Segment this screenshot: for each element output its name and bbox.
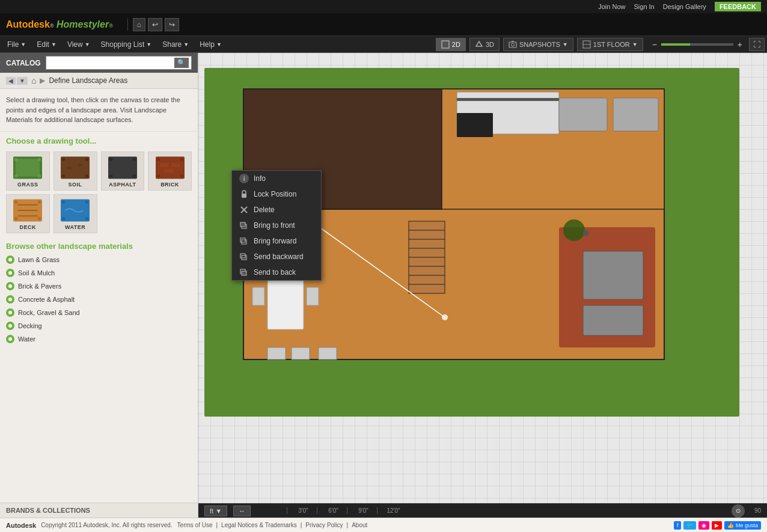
footer-sep2: |	[301, 522, 302, 528]
twitter-button[interactable]: 🐦	[683, 521, 696, 530]
tool-water[interactable]: WATER	[53, 194, 97, 233]
svg-point-25	[156, 174, 160, 178]
nav-down-button[interactable]: ▼	[17, 77, 28, 85]
browse-brick[interactable]: Brick & Pavers	[0, 280, 198, 293]
measure-button[interactable]: ↔	[233, 506, 251, 516]
youtube-button[interactable]: ▶	[712, 521, 722, 530]
menu-help[interactable]: Help ▼	[195, 38, 227, 51]
menu-shopping-list[interactable]: Shopping List ▼	[96, 38, 157, 51]
tool-grass[interactable]: GRASS	[6, 151, 50, 191]
browse-water[interactable]: Water	[0, 332, 198, 346]
browse-dot-decking	[6, 322, 14, 330]
browse-lawn[interactable]: Lawn & Grass	[0, 253, 198, 266]
ctx-bring-to-front-label: Bring to front	[254, 221, 295, 230]
delete-icon	[239, 205, 249, 215]
tool-deck[interactable]: DECK	[6, 194, 50, 233]
window2	[292, 347, 310, 359]
search-input[interactable]	[49, 60, 174, 67]
menu-share[interactable]: Share ▼	[157, 38, 194, 51]
zoom-out-button[interactable]: −	[650, 40, 659, 49]
footer: Autodesk Copyright 2011 Autodesk, Inc. A…	[0, 518, 767, 532]
zoom-slider[interactable]	[661, 43, 733, 46]
deck-label: DECK	[20, 224, 37, 230]
ctx-lock-position[interactable]: Lock Position	[232, 186, 321, 202]
browse-dot-brick	[6, 282, 14, 290]
browse-dot-soil	[6, 269, 14, 277]
asphalt-label: ASPHALT	[109, 182, 136, 188]
undo-button[interactable]: ↩	[148, 18, 162, 31]
browse-dot-lawn	[6, 255, 14, 264]
compass-button[interactable]: ⊙	[732, 504, 745, 518]
browse-rock[interactable]: Rock, Gravel & Sand	[0, 306, 198, 319]
unit-button[interactable]: ft ▼	[204, 506, 227, 516]
join-now-link[interactable]: Join Now	[598, 3, 625, 10]
tool-asphalt[interactable]: ASPHALT	[101, 151, 145, 191]
lock-icon	[239, 189, 249, 199]
ctx-send-to-back[interactable]: Send to back	[232, 264, 321, 280]
chair4	[307, 287, 319, 305]
sign-in-link[interactable]: Sign In	[634, 3, 654, 10]
menu-file[interactable]: File ▼	[2, 38, 31, 51]
ac-unit	[583, 230, 589, 236]
fullscreen-button[interactable]: ⛶	[749, 38, 765, 51]
menu-view[interactable]: View ▼	[63, 38, 95, 51]
tool-brick[interactable]: BRICK	[148, 151, 192, 191]
logo-brand: Autodesk®	[6, 19, 57, 29]
ctx-bring-forward[interactable]: Bring forward	[232, 233, 321, 249]
search-button[interactable]: 🔍	[174, 58, 189, 68]
svg-point-6	[14, 157, 18, 161]
svg-rect-1	[509, 42, 516, 47]
ctx-send-backward-label: Send backward	[254, 252, 304, 261]
ctx-info-label: Info	[254, 174, 266, 183]
browse-soil[interactable]: Soil & Mulch	[0, 266, 198, 280]
design-gallery-link[interactable]: Design Gallery	[663, 3, 706, 10]
page-title: Define Landscape Areas	[49, 76, 127, 85]
home-button[interactable]: ⌂	[133, 18, 145, 31]
context-menu: i Info Lock Position Delete Bring to fr	[231, 170, 322, 281]
browse-dot-water	[6, 335, 14, 343]
zoom-in-button[interactable]: +	[736, 40, 744, 49]
tool-soil[interactable]: SOIL	[53, 151, 97, 191]
plant1	[563, 219, 585, 241]
menubar: File ▼ Edit ▼ View ▼ Shopping List ▼ Sha…	[0, 36, 767, 53]
asphalt-icon	[108, 156, 138, 180]
ctx-info[interactable]: i Info	[232, 171, 321, 186]
furniture-sofa2	[613, 98, 658, 131]
info-icon: i	[239, 174, 249, 183]
browse-concrete[interactable]: Concrete & Asphalt	[0, 293, 198, 306]
ctx-delete[interactable]: Delete	[232, 202, 321, 218]
ctx-send-backward[interactable]: Send backward	[232, 249, 321, 264]
soil-icon	[60, 156, 90, 180]
feedback-button[interactable]: FEEDBACK	[715, 2, 761, 11]
svg-point-19	[132, 157, 136, 161]
canvas-area[interactable]: i Info Lock Position Delete Bring to fr	[198, 53, 767, 518]
brands-section: BRANDS & COLLECTIONS	[0, 503, 198, 518]
footer-legal[interactable]: Legal Notices & Trademarks	[221, 522, 297, 528]
header: Autodesk® Homestyler® ⌂ ↩ ↪	[0, 13, 767, 36]
svg-rect-27	[160, 163, 169, 167]
selection-point	[442, 314, 448, 320]
menu-edit[interactable]: Edit ▼	[32, 38, 61, 51]
redo-button[interactable]: ↪	[165, 18, 179, 31]
furniture-sofa3	[583, 251, 643, 299]
like-button[interactable]: 👍 Me gusta	[724, 521, 761, 530]
instructions-text: Select a drawing tool, then click on the…	[0, 89, 198, 132]
home-icon[interactable]: ⌂	[31, 76, 36, 85]
topbar: Join Now Sign In Design Gallery FEEDBACK	[0, 0, 767, 13]
facebook-button[interactable]: f	[674, 521, 682, 530]
view-2d-button[interactable]: 2D	[436, 38, 466, 51]
svg-point-11	[62, 157, 66, 161]
floor-button[interactable]: 1ST FLOOR ▼	[577, 38, 643, 51]
nav-back-button[interactable]: ◀	[6, 77, 16, 85]
footer-about[interactable]: About	[352, 522, 367, 528]
browse-decking[interactable]: Decking	[0, 319, 198, 332]
footer-terms[interactable]: Terms of Use	[177, 522, 213, 528]
view-3d-button[interactable]: 3D	[469, 38, 500, 51]
browse-dot-rock	[6, 308, 14, 317]
ctx-bring-to-front[interactable]: Bring to front	[232, 218, 321, 233]
ctx-lock-label: Lock Position	[254, 190, 296, 198]
snapshots-button[interactable]: SNAPSHOTS ▼	[503, 38, 573, 51]
footer-privacy[interactable]: Privacy Policy	[305, 522, 343, 528]
flickr-button[interactable]: ◉	[698, 521, 709, 530]
svg-rect-47	[240, 222, 245, 227]
